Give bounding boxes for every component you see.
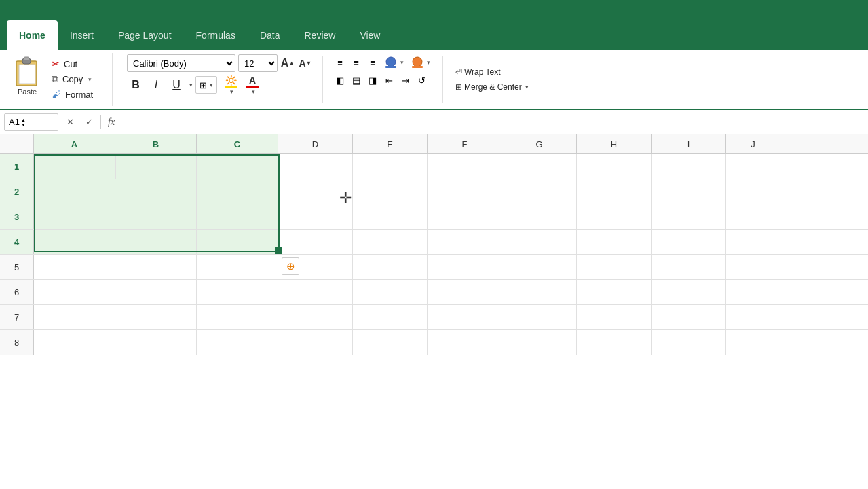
decrease-indent-button[interactable]: ⇤ bbox=[381, 73, 396, 88]
formula-input[interactable] bbox=[121, 117, 864, 127]
row-header-2[interactable]: 2 bbox=[0, 179, 34, 204]
paste-button[interactable]: Paste bbox=[8, 54, 46, 98]
cell-c5[interactable] bbox=[197, 255, 278, 279]
cell-c7[interactable] bbox=[197, 305, 278, 329]
cell-g6[interactable] bbox=[502, 280, 577, 304]
cell-b3[interactable] bbox=[115, 204, 197, 229]
col-header-c[interactable]: C bbox=[197, 134, 278, 153]
increase-font-size-button[interactable]: A▲ bbox=[280, 56, 295, 71]
row-header-1[interactable]: 1 bbox=[0, 154, 34, 179]
cell-d3[interactable] bbox=[278, 204, 353, 229]
cell-a5[interactable] bbox=[34, 255, 115, 279]
cell-a1[interactable] bbox=[34, 154, 115, 179]
cell-a8[interactable] bbox=[34, 330, 115, 355]
cut-button[interactable]: ✂ Cut bbox=[49, 57, 96, 71]
row-header-3[interactable]: 3 bbox=[0, 204, 34, 229]
cell-e4[interactable] bbox=[353, 230, 428, 254]
formula-cancel-button[interactable]: ✕ bbox=[62, 115, 77, 130]
cell-b6[interactable] bbox=[115, 280, 197, 304]
row-header-5[interactable]: 5 bbox=[0, 255, 34, 279]
cell-e3[interactable] bbox=[353, 204, 428, 229]
borders-color-button[interactable]: ▾ bbox=[408, 54, 433, 71]
align-center-button[interactable]: ▤ bbox=[349, 73, 364, 88]
cell-c3[interactable] bbox=[197, 204, 278, 229]
cell-f2[interactable] bbox=[428, 179, 502, 204]
align-bottom-button[interactable]: ≡ bbox=[365, 55, 380, 70]
cell-d2[interactable] bbox=[278, 179, 353, 204]
row-header-4[interactable]: 4 bbox=[0, 230, 34, 254]
cell-b8[interactable] bbox=[115, 330, 197, 355]
cell-i5[interactable] bbox=[652, 255, 726, 279]
cell-i8[interactable] bbox=[652, 330, 726, 355]
underline-button[interactable]: U bbox=[168, 76, 185, 94]
tab-home[interactable]: Home bbox=[7, 20, 58, 50]
decrease-font-size-button[interactable]: A▼ bbox=[298, 56, 313, 71]
copy-button[interactable]: ⧉ Copy ▾ bbox=[49, 72, 96, 86]
col-header-f[interactable]: F bbox=[428, 134, 502, 153]
cell-d4[interactable] bbox=[278, 230, 353, 254]
col-header-g[interactable]: G bbox=[502, 134, 577, 153]
cell-f7[interactable] bbox=[428, 305, 502, 329]
cell-h3[interactable] bbox=[577, 204, 652, 229]
wrap-text-button[interactable]: ⏎ Wrap Text bbox=[451, 66, 533, 78]
cell-i2[interactable] bbox=[652, 179, 726, 204]
cell-h2[interactable] bbox=[577, 179, 652, 204]
align-right-button[interactable]: ◨ bbox=[365, 73, 380, 88]
cell-i1[interactable] bbox=[652, 154, 726, 179]
highlight-color-button[interactable]: 🔆 ▾ bbox=[223, 74, 239, 96]
cell-b5[interactable] bbox=[115, 255, 197, 279]
col-header-d[interactable]: D bbox=[278, 134, 353, 153]
tab-review[interactable]: Review bbox=[292, 20, 347, 50]
cell-g1[interactable] bbox=[502, 154, 577, 179]
cell-c8[interactable] bbox=[197, 330, 278, 355]
cell-f1[interactable] bbox=[428, 154, 502, 179]
cell-a2[interactable] bbox=[34, 179, 115, 204]
cell-g7[interactable] bbox=[502, 305, 577, 329]
format-painter-button[interactable]: 🖌 Format bbox=[49, 88, 96, 101]
cell-a6[interactable] bbox=[34, 280, 115, 304]
row-header-8[interactable]: 8 bbox=[0, 330, 34, 355]
font-color-button[interactable]: A ▾ bbox=[244, 74, 261, 96]
col-header-h[interactable]: H bbox=[577, 134, 652, 153]
tab-insert[interactable]: Insert bbox=[58, 20, 106, 50]
cell-i3[interactable] bbox=[652, 204, 726, 229]
align-top-button[interactable]: ≡ bbox=[333, 55, 347, 70]
cell-b2[interactable] bbox=[115, 179, 197, 204]
col-header-b[interactable]: B bbox=[115, 134, 197, 153]
increase-indent-button[interactable]: ⇥ bbox=[398, 73, 413, 88]
italic-button[interactable]: I bbox=[147, 76, 165, 94]
text-direction-button[interactable]: ↺ bbox=[414, 73, 429, 88]
cell-d1[interactable] bbox=[278, 154, 353, 179]
cell-e2[interactable] bbox=[353, 179, 428, 204]
cell-h4[interactable] bbox=[577, 230, 652, 254]
cell-c4[interactable] bbox=[197, 230, 278, 254]
cell-d6[interactable] bbox=[278, 280, 353, 304]
underline-dropdown-arrow[interactable]: ▾ bbox=[189, 82, 193, 88]
cell-b4[interactable] bbox=[115, 230, 197, 254]
cell-h1[interactable] bbox=[577, 154, 652, 179]
cell-f6[interactable] bbox=[428, 280, 502, 304]
cell-g8[interactable] bbox=[502, 330, 577, 355]
cell-g5[interactable] bbox=[502, 255, 577, 279]
borders-button[interactable]: ⊞ ▾ bbox=[195, 76, 217, 94]
cell-e8[interactable] bbox=[353, 330, 428, 355]
font-size-select[interactable]: 12 bbox=[238, 54, 278, 72]
cell-a4[interactable] bbox=[34, 230, 115, 254]
cell-f3[interactable] bbox=[428, 204, 502, 229]
formula-confirm-button[interactable]: ✓ bbox=[81, 115, 96, 130]
cell-h6[interactable] bbox=[577, 280, 652, 304]
merge-center-button[interactable]: ⊞ Merge & Center ▾ bbox=[451, 81, 533, 93]
paste-options-button[interactable]: ⊕ bbox=[282, 257, 299, 275]
cell-i6[interactable] bbox=[652, 280, 726, 304]
row-header-7[interactable]: 7 bbox=[0, 305, 34, 329]
row-header-6[interactable]: 6 bbox=[0, 280, 34, 304]
cell-f5[interactable] bbox=[428, 255, 502, 279]
cell-f4[interactable] bbox=[428, 230, 502, 254]
cell-a3[interactable] bbox=[34, 204, 115, 229]
cell-e5[interactable] bbox=[353, 255, 428, 279]
cell-f8[interactable] bbox=[428, 330, 502, 355]
cell-e1[interactable] bbox=[353, 154, 428, 179]
cell-e7[interactable] bbox=[353, 305, 428, 329]
col-header-e[interactable]: E bbox=[353, 134, 428, 153]
tab-data[interactable]: Data bbox=[248, 20, 293, 50]
